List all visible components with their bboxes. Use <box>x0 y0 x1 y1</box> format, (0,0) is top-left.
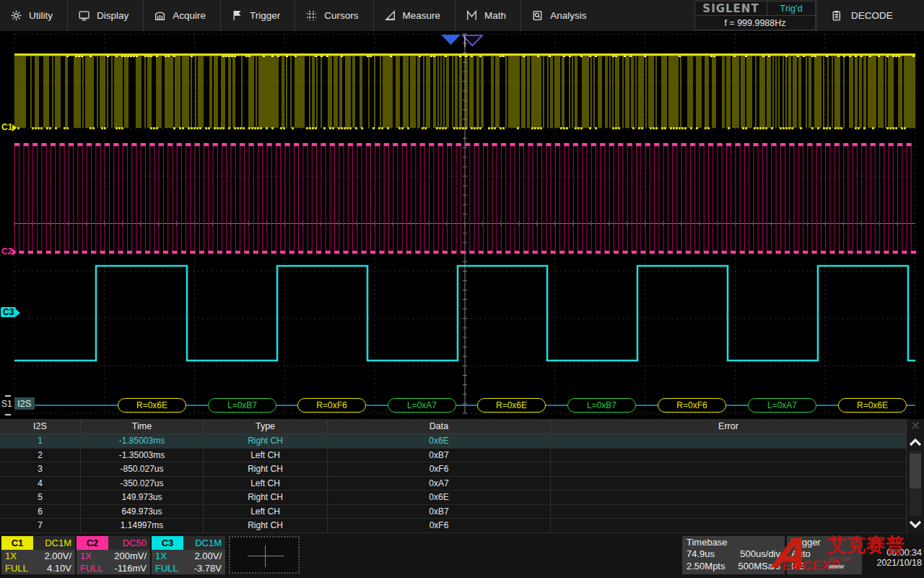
timebase-memory: 2.50Mpts <box>687 560 725 572</box>
gear-icon <box>10 9 22 22</box>
table-cell[interactable]: 0x6E <box>328 434 551 449</box>
trigger-title: Trigger <box>787 536 862 548</box>
c3-marker-label: C3 <box>1 307 16 317</box>
bus-data-label: R=0xF6 <box>297 398 366 413</box>
waveform-display[interactable]: C1 C2 C3 S1 I2S R=0x6EL=0xB7R=0xF6L=0xA7… <box>0 33 924 418</box>
table-cell[interactable] <box>551 477 907 491</box>
menu-item-display[interactable]: Display <box>67 0 143 31</box>
table-cell[interactable]: 1.14997ms <box>81 519 204 533</box>
table-cell[interactable]: 0xB7 <box>328 449 551 463</box>
trigger-mode: Auto <box>791 548 811 560</box>
table-cell[interactable]: 1 <box>0 434 81 449</box>
table-cell[interactable]: 4 <box>0 477 81 491</box>
menu-item-label: Utility <box>29 10 53 21</box>
decode-panel-title[interactable]: DECODE <box>816 0 924 31</box>
bus-data-label: R=0xF6 <box>658 398 726 413</box>
table-cell[interactable]: 0xB7 <box>328 505 551 519</box>
timebase-box[interactable]: Timebase 74.9us500us/div 2.50Mpts500MSa/… <box>682 536 785 574</box>
c3-bwlimit: FULL <box>155 562 178 574</box>
menu-item-label: Acquire <box>173 10 206 21</box>
timebase-samplerate: 500MSa/s <box>738 560 780 572</box>
table-cell[interactable]: 3 <box>0 462 81 477</box>
table-cell[interactable]: -1.35003ms <box>81 449 204 463</box>
c1-channel-box[interactable]: C1 DC1M 1X2.00V/ FULL4.10V <box>1 536 75 574</box>
table-cell[interactable]: Right CH <box>204 491 328 505</box>
c1-marker-arrow-icon <box>12 124 17 131</box>
c2-channel-box[interactable]: C2 DC50 1X200mV/ FULL-116mV <box>77 536 150 574</box>
bus-data-label: L=0xB7 <box>208 398 276 413</box>
table-cell[interactable]: -850.027us <box>81 462 204 477</box>
menu-item-trigger[interactable]: Trigger <box>220 0 295 31</box>
table-cell[interactable]: Left CH <box>204 477 328 491</box>
menu-item-utility[interactable]: Utility <box>0 0 67 31</box>
c3-coupling: DC1M <box>183 536 225 550</box>
bus-data-label: L=0xA7 <box>388 398 456 413</box>
c2-tab[interactable]: C2 <box>77 536 108 550</box>
menu-item-acquire[interactable]: Acquire <box>143 0 220 31</box>
table-cell[interactable]: 0xF6 <box>328 519 551 533</box>
menu-item-measure[interactable]: Measure <box>373 0 456 31</box>
bus-data-label: R=0x6E <box>118 398 186 413</box>
c3-channel-box[interactable]: C3 DC1M 1X2.00V/ FULL-3.78V <box>152 536 225 574</box>
s1-bus-marker[interactable]: S1 <box>1 399 12 409</box>
c2-channel-marker[interactable]: C2 <box>1 246 17 256</box>
table-cell[interactable]: 0x6E <box>328 491 551 505</box>
table-cell[interactable] <box>551 519 907 533</box>
table-cell[interactable]: 2 <box>0 449 81 463</box>
c3-channel-marker[interactable]: C3 <box>1 307 20 317</box>
empty-trace-slot[interactable] <box>229 536 300 574</box>
table-cell[interactable]: Left CH <box>204 505 328 519</box>
s1-bus-type-badge[interactable]: I2S <box>14 397 35 410</box>
scrollbar-track[interactable] <box>910 451 921 516</box>
table-cell[interactable] <box>551 491 907 505</box>
c1-tab[interactable]: C1 <box>1 536 33 550</box>
top-menu-bar: UtilityDisplayAcquireTriggerCursorsMeasu… <box>0 0 924 32</box>
clipboard-icon <box>830 9 842 22</box>
table-cell[interactable]: 649.973us <box>81 505 204 519</box>
c3-tab[interactable]: C3 <box>152 536 183 550</box>
table-cell[interactable]: 6 <box>0 505 81 519</box>
chevron-up-icon <box>909 437 922 447</box>
table-cell[interactable] <box>551 462 907 477</box>
table-cell[interactable]: 7 <box>0 519 81 533</box>
table-scrollbar[interactable]: ✕ <box>907 419 924 533</box>
table-cell[interactable]: 0xA7 <box>328 477 551 491</box>
c1-channel-marker[interactable]: C1 <box>1 122 17 132</box>
table-cell[interactable]: -350.027us <box>81 477 204 491</box>
scrollbar-thumb[interactable] <box>910 454 921 488</box>
table-cell[interactable]: Right CH <box>204 462 328 477</box>
acquire-icon <box>154 9 166 22</box>
menu-item-cursors[interactable]: Cursors <box>295 0 372 31</box>
table-cell[interactable] <box>551 449 907 463</box>
decode-panel-label: DECODE <box>851 10 893 21</box>
table-cell[interactable]: 5 <box>0 491 81 505</box>
table-cell[interactable]: Left CH <box>204 449 328 463</box>
scroll-down-button[interactable] <box>907 516 924 533</box>
table-cell[interactable]: -1.85003ms <box>81 434 204 449</box>
trigger-box[interactable]: Trigger Auto I2S <box>787 536 862 574</box>
decode-result-table[interactable]: I2STimeTypeDataError1-1.85003msRight CH0… <box>0 419 907 533</box>
measure-icon <box>384 9 396 22</box>
siglent-logo: SIGLENT <box>695 1 767 15</box>
math-icon <box>466 9 478 22</box>
menu-item-label: Trigger <box>250 10 280 21</box>
timebase-scale: 500us/div <box>740 548 780 560</box>
menu-item-analysis[interactable]: Analysis <box>520 0 601 31</box>
table-cell[interactable] <box>551 434 907 449</box>
menu-item-math[interactable]: Math <box>455 0 520 31</box>
table-cell[interactable] <box>551 505 907 519</box>
timebase-delay: 74.9us <box>687 548 715 560</box>
scroll-up-button[interactable] <box>907 434 924 451</box>
table-cell[interactable]: 0xF6 <box>328 462 551 477</box>
bus-data-label: L=0xB7 <box>567 398 636 413</box>
table-cell[interactable]: Right CH <box>204 519 328 533</box>
c2-offset: -116mV <box>114 562 147 574</box>
table-cell[interactable]: Right CH <box>204 434 328 449</box>
status-block: SIGLENT Trig'd f = 999.9988Hz <box>694 1 816 30</box>
close-icon[interactable]: ✕ <box>910 419 920 434</box>
c2-marker-label: C2 <box>1 246 12 256</box>
c2-coupling: DC50 <box>108 536 150 550</box>
clock-box[interactable]: 06:00:34 2021/10/18 <box>864 536 922 574</box>
table-cell[interactable]: 149.973us <box>81 491 204 505</box>
menu-item-label: Cursors <box>324 10 358 21</box>
